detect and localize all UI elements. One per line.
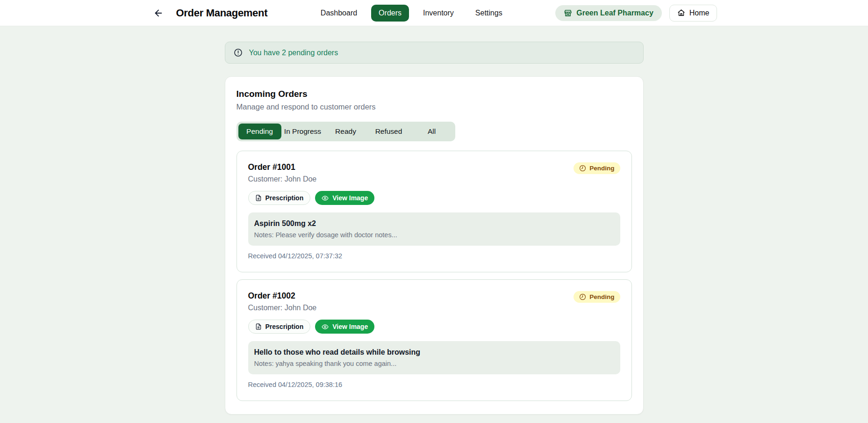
clock-icon: [579, 293, 586, 300]
order-item: Hello to those who read details while br…: [254, 348, 614, 357]
storefront-icon: [564, 9, 572, 17]
order-details-box: Hello to those who read details while br…: [248, 341, 620, 374]
main-nav: Dashboard Orders Inventory Settings: [313, 5, 510, 22]
order-customer: Customer: John Doe: [248, 175, 317, 183]
order-received-timestamp: Received 04/12/2025, 09:38:16: [248, 381, 620, 388]
view-image-label: View Image: [332, 194, 368, 202]
pending-orders-alert: You have 2 pending orders: [225, 42, 644, 64]
order-title: Order #1001: [248, 162, 317, 172]
pharmacy-name: Green Leaf Pharmacy: [576, 9, 653, 17]
status-badge: Pending: [574, 162, 620, 174]
view-image-button[interactable]: View Image: [315, 191, 374, 205]
nav-item-inventory[interactable]: Inventory: [416, 5, 461, 22]
order-notes: Notes: yahya speaking thank you come aga…: [254, 360, 614, 367]
document-icon: [255, 195, 262, 201]
status-label: Pending: [589, 165, 614, 172]
app-header: Order Management Dashboard Orders Invent…: [0, 0, 868, 26]
prescription-label: Prescription: [265, 323, 304, 330]
status-badge: Pending: [574, 291, 620, 303]
prescription-badge: Prescription: [248, 191, 311, 205]
pharmacy-badge: Green Leaf Pharmacy: [555, 5, 662, 21]
eye-icon: [322, 323, 329, 330]
order-details-box: Aspirin 500mg x2 Notes: Please verify do…: [248, 212, 620, 246]
prescription-label: Prescription: [265, 194, 304, 202]
home-icon: [677, 9, 685, 17]
order-received-timestamp: Received 04/12/2025, 07:37:32: [248, 252, 620, 260]
alert-message: You have 2 pending orders: [249, 49, 338, 57]
tab-all[interactable]: All: [410, 124, 453, 139]
view-image-label: View Image: [332, 323, 368, 330]
nav-item-dashboard[interactable]: Dashboard: [313, 5, 365, 22]
panel-subtitle: Manage and respond to customer orders: [237, 102, 632, 111]
home-label: Home: [689, 9, 710, 17]
order-title: Order #1002: [248, 291, 317, 301]
tab-in-progress[interactable]: In Progress: [281, 124, 324, 139]
order-customer: Customer: John Doe: [248, 304, 317, 312]
document-icon: [255, 323, 262, 330]
arrow-left-icon: [153, 8, 164, 18]
order-card: Order #1001 Customer: John Doe Pending: [237, 151, 632, 272]
incoming-orders-panel: Incoming Orders Manage and respond to cu…: [225, 76, 644, 415]
clock-icon: [579, 165, 586, 172]
home-button[interactable]: Home: [669, 5, 717, 22]
status-label: Pending: [589, 293, 614, 300]
tab-ready[interactable]: Ready: [324, 124, 367, 139]
page: Order Management Dashboard Orders Invent…: [0, 0, 868, 423]
tab-pending[interactable]: Pending: [238, 124, 281, 139]
order-card: Order #1002 Customer: John Doe Pending: [237, 279, 632, 401]
back-button[interactable]: [151, 6, 166, 21]
alert-circle-icon: [234, 48, 243, 57]
order-item: Aspirin 500mg x2: [254, 219, 614, 228]
eye-icon: [322, 195, 329, 202]
tab-refused[interactable]: Refused: [367, 124, 410, 139]
order-notes: Notes: Please verify dosage with doctor …: [254, 231, 614, 239]
nav-item-orders[interactable]: Orders: [371, 5, 409, 22]
nav-item-settings[interactable]: Settings: [468, 5, 510, 22]
view-image-button[interactable]: View Image: [315, 320, 374, 334]
panel-title: Incoming Orders: [237, 89, 632, 99]
prescription-badge: Prescription: [248, 320, 311, 334]
page-title: Order Management: [176, 7, 268, 19]
order-status-tabs: Pending In Progress Ready Refused All: [237, 122, 455, 141]
